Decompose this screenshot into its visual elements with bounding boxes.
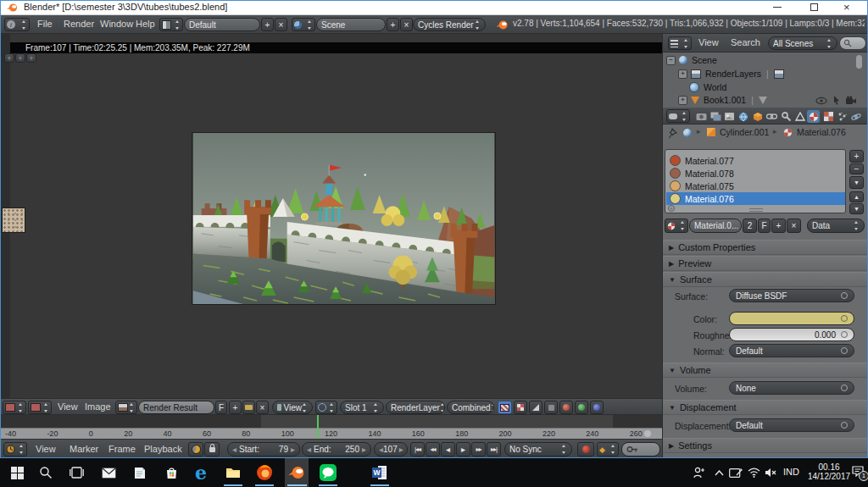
play-reverse-button[interactable] — [441, 442, 455, 457]
renderability-camera-icon[interactable] — [845, 96, 857, 105]
displacement-select[interactable]: Default — [729, 418, 854, 432]
word-app-button[interactable]: W — [368, 461, 392, 484]
minimize-button[interactable] — [773, 7, 782, 8]
keying-set-button[interactable]: ◆ — [597, 442, 619, 457]
tab-constraints[interactable] — [765, 110, 778, 123]
tab-material[interactable] — [807, 110, 820, 123]
normal-select[interactable]: Default — [729, 344, 854, 357]
pivot-select[interactable] — [315, 401, 337, 414]
editor-type-properties-button[interactable] — [666, 109, 690, 123]
region-expand-button-3[interactable] — [26, 53, 36, 63]
ink-workspace-icon[interactable] — [729, 468, 743, 478]
material-row-077[interactable]: Material.077 — [666, 154, 846, 167]
volume-select[interactable]: None — [729, 381, 854, 395]
panel-custom-properties[interactable]: ▶ Custom Properties — [663, 240, 868, 255]
scene-add-button[interactable] — [387, 18, 399, 31]
play-button[interactable] — [456, 442, 470, 457]
frame-start-field[interactable]: Start: 79 — [227, 442, 300, 457]
line-app-button[interactable] — [316, 461, 340, 484]
material-users-button[interactable]: 2 — [743, 219, 757, 233]
render-pass-select[interactable]: Combined — [447, 401, 494, 414]
image-datablock-field[interactable]: Render Result — [138, 401, 214, 414]
layout-delete-button[interactable] — [275, 18, 287, 31]
action-center-button[interactable]: 1 — [852, 465, 867, 480]
material-source-select[interactable]: Data — [807, 219, 865, 233]
list-resize-grip[interactable] — [749, 208, 763, 212]
frame-end-field[interactable]: End: 250 — [302, 442, 371, 457]
z-buffer-toggle[interactable] — [544, 401, 558, 414]
tray-expand-chevron-icon[interactable] — [715, 470, 724, 476]
slot-move-up-button[interactable] — [849, 191, 864, 202]
material-name-field[interactable]: Material.0... — [689, 219, 742, 233]
outliner-scrollbar[interactable] — [856, 55, 862, 69]
image-editor-area[interactable]: Frame:107 | Time:02:25.25 | Mem:203.35M,… — [0, 34, 662, 398]
image-open-button[interactable] — [242, 401, 255, 414]
outliner-search-box[interactable] — [839, 36, 866, 50]
outliner-item-scene[interactable]: − Scene — [666, 55, 717, 65]
image-datablock-icon-button[interactable] — [115, 401, 137, 414]
material-new-button[interactable] — [771, 219, 786, 233]
outliner-menu-view[interactable]: View — [698, 34, 719, 52]
tab-modifiers[interactable] — [780, 110, 793, 123]
selectability-cursor-icon[interactable] — [832, 95, 841, 106]
menu-help[interactable]: Help — [136, 15, 155, 33]
material-browse-button[interactable] — [665, 219, 688, 233]
start-button[interactable] — [5, 461, 29, 484]
timeline-menu-frame[interactable]: Frame — [108, 440, 136, 458]
preview-range-button[interactable] — [188, 442, 203, 457]
node-socket-dot[interactable] — [841, 331, 848, 338]
panel-displacement[interactable]: ▼ Displacement — [663, 400, 868, 415]
editor-type-info-button[interactable]: i — [4, 18, 30, 31]
scene-field[interactable]: Scene — [316, 18, 386, 31]
store-app-button[interactable] — [159, 461, 183, 484]
firefox-button[interactable] — [253, 461, 276, 484]
outliner-menu-search[interactable]: Search — [731, 34, 760, 52]
alpha-toggle[interactable] — [514, 401, 527, 414]
roughness-slider[interactable]: 0.000 — [729, 328, 854, 341]
maximize-button[interactable] — [810, 3, 818, 11]
image-view-mode-select[interactable]: View — [272, 401, 313, 414]
timeline-menu-playback[interactable]: Playback — [144, 440, 182, 458]
decrement-arrow-icon[interactable] — [307, 445, 311, 454]
image-unlink-button[interactable] — [256, 401, 269, 414]
channel-g-toggle[interactable] — [575, 401, 588, 414]
texture-preview-thumbnail[interactable] — [2, 208, 25, 233]
image-menu-image[interactable]: Image — [85, 398, 111, 416]
tab-scene[interactable] — [723, 110, 736, 123]
tab-particles[interactable] — [836, 110, 849, 123]
material-row-075[interactable]: Material.075 — [666, 180, 846, 192]
slot-move-down-button[interactable] — [849, 203, 864, 214]
scene-icon-button[interactable] — [292, 18, 315, 31]
language-indicator[interactable]: IND — [783, 467, 799, 477]
breadcrumb-material[interactable]: Material.076 — [797, 127, 846, 137]
visibility-eye-icon[interactable] — [815, 97, 827, 105]
jump-prev-keyframe-button[interactable] — [426, 442, 440, 457]
alpha-only-toggle[interactable] — [529, 401, 542, 414]
channel-r-toggle[interactable] — [559, 401, 573, 414]
region-expand-button-1[interactable] — [4, 53, 14, 63]
outliner-item-book[interactable]: + Book1.001 | — [678, 95, 767, 105]
screen-layout-field[interactable]: Default — [184, 18, 260, 31]
menu-render[interactable]: Render — [64, 15, 94, 33]
editor-type-image-button-2[interactable] — [28, 401, 52, 414]
pin-icon[interactable] — [669, 128, 678, 139]
channel-b-toggle[interactable] — [590, 401, 604, 414]
panel-surface[interactable]: ▼ Surface — [663, 272, 868, 287]
image-menu-view[interactable]: View — [58, 398, 78, 416]
ruler-scroll-knob[interactable] — [644, 430, 651, 437]
surface-shader-select[interactable]: Diffuse BSDF — [729, 289, 854, 302]
people-tray-icon[interactable] — [693, 467, 706, 479]
expand-icon[interactable]: + — [678, 69, 687, 79]
file-explorer-button[interactable] — [221, 461, 245, 484]
mail-app-button[interactable] — [97, 461, 120, 484]
panel-settings[interactable]: ▶ Settings — [663, 438, 868, 453]
collapse-icon[interactable]: − — [666, 56, 676, 65]
outliner-item-renderlayers[interactable]: + RenderLayers | — [678, 69, 784, 79]
tab-data[interactable] — [793, 110, 806, 123]
sync-mode-select[interactable]: No Sync — [504, 442, 572, 457]
tab-world[interactable] — [737, 110, 749, 123]
taskbar-search-button[interactable] — [34, 461, 58, 484]
region-expand-button-2[interactable] — [15, 53, 25, 63]
lock-button[interactable] — [204, 442, 220, 457]
editor-type-timeline-button[interactable] — [3, 442, 27, 457]
